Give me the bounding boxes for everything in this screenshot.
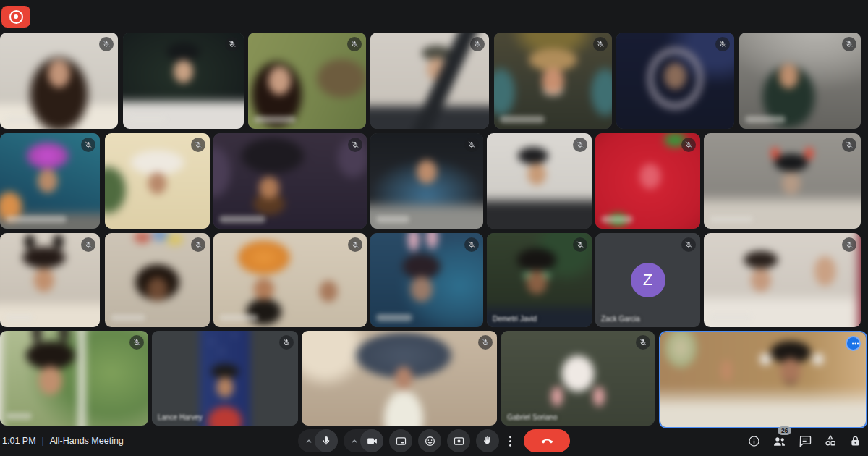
captions-icon xyxy=(395,435,407,447)
call-controls xyxy=(0,426,868,456)
mic-muted-icon xyxy=(279,335,294,350)
participant-name-blur xyxy=(500,116,545,123)
people-panel-button[interactable]: 26 xyxy=(772,434,787,449)
participant-tile[interactable] xyxy=(0,233,100,327)
mic-muted-icon xyxy=(81,237,95,252)
participant-name-blur xyxy=(6,413,32,420)
participant-video xyxy=(501,331,655,426)
mic-muted-icon xyxy=(593,37,608,51)
microphone-icon xyxy=(320,435,332,447)
avatar-letter: Z xyxy=(643,271,652,290)
participant-name-blur xyxy=(6,216,67,223)
host-controls-button[interactable] xyxy=(848,434,862,448)
panel-controls: 26 xyxy=(747,426,862,456)
google-meet-window: Demetri Javid Z Zack Garcia xyxy=(0,0,868,456)
end-call-button[interactable] xyxy=(524,429,570,452)
avatar: Z xyxy=(631,263,665,297)
mic-muted-icon xyxy=(478,335,493,350)
participant-tile[interactable] xyxy=(370,33,489,129)
participant-tile[interactable] xyxy=(370,233,483,327)
participant-tile[interactable] xyxy=(370,133,483,229)
present-screen-button[interactable] xyxy=(447,429,470,452)
participant-tile[interactable] xyxy=(248,33,366,129)
present-screen-icon xyxy=(453,435,465,447)
mic-muted-icon xyxy=(347,37,362,51)
participant-tile[interactable] xyxy=(105,133,210,229)
participant-tile[interactable] xyxy=(105,233,210,327)
meeting-details-button[interactable] xyxy=(747,434,761,448)
mic-muted-icon xyxy=(191,237,205,252)
participant-count-badge: 26 xyxy=(778,426,791,435)
mic-muted-icon xyxy=(348,138,362,152)
participant-video xyxy=(0,331,148,426)
raise-hand-button[interactable] xyxy=(476,429,499,452)
participant-name-blur xyxy=(254,116,296,123)
raised-hand-icon xyxy=(482,435,493,447)
participant-tile[interactable] xyxy=(123,33,244,129)
mic-muted-icon xyxy=(842,138,856,152)
participant-video xyxy=(704,233,861,327)
chat-panel-button[interactable] xyxy=(798,434,812,448)
participant-tile[interactable] xyxy=(302,331,497,426)
tile-more-options-button[interactable] xyxy=(846,336,861,351)
camera-button[interactable] xyxy=(360,429,383,452)
participant-tile[interactable] xyxy=(595,133,700,229)
participant-video xyxy=(302,331,497,426)
self-video xyxy=(659,331,867,428)
mic-muted-icon xyxy=(81,138,95,152)
chat-icon xyxy=(798,434,812,448)
participant-tile[interactable] xyxy=(213,233,367,327)
participant-tile[interactable] xyxy=(0,133,100,229)
participant-name-blur xyxy=(6,314,33,321)
participant-tile[interactable] xyxy=(704,233,861,327)
participant-video xyxy=(704,133,861,229)
mic-muted-icon xyxy=(470,37,485,51)
participant-video xyxy=(152,331,298,426)
smiley-icon xyxy=(424,435,436,447)
end-call-icon xyxy=(540,434,554,448)
activities-shapes-icon xyxy=(823,434,838,448)
participant-tile[interactable] xyxy=(0,331,148,426)
participant-name-label: Demetri Javid xyxy=(493,315,537,323)
mic-options-chevron[interactable] xyxy=(303,429,315,452)
participant-tile[interactable] xyxy=(704,133,861,229)
participant-tile[interactable] xyxy=(616,33,734,129)
bottom-control-bar: 1:01 PM | All-Hands Meeting xyxy=(0,426,868,456)
self-view-tile[interactable] xyxy=(659,331,867,428)
participant-name-label: Gabriel Soriano xyxy=(507,413,557,421)
participant-tile[interactable] xyxy=(739,33,861,129)
chevron-up-icon xyxy=(351,439,358,444)
captions-button[interactable] xyxy=(389,429,412,452)
participant-tile[interactable]: Gabriel Soriano xyxy=(501,331,655,426)
participant-name-blur xyxy=(219,314,258,321)
participant-video xyxy=(213,133,367,229)
participant-name-label: Zack Garcia xyxy=(601,315,640,323)
participant-tile[interactable] xyxy=(487,133,592,229)
mic-muted-icon xyxy=(715,37,730,51)
camera-options-chevron[interactable] xyxy=(349,429,360,452)
record-icon xyxy=(9,10,23,24)
participant-name-label: Lance Harvey xyxy=(158,413,203,421)
microphone-button[interactable] xyxy=(315,429,338,452)
mic-control-group xyxy=(298,429,338,452)
participant-name-blur xyxy=(710,314,752,321)
more-dots-icon xyxy=(851,342,859,345)
participant-tile[interactable] xyxy=(213,133,367,229)
participant-tile[interactable]: Lance Harvey xyxy=(152,331,298,426)
mic-muted-icon xyxy=(129,335,144,350)
participant-tile[interactable] xyxy=(494,33,612,129)
activities-button[interactable] xyxy=(823,434,838,448)
reactions-button[interactable] xyxy=(418,429,441,452)
mic-muted-icon xyxy=(842,37,856,51)
participant-name-blur xyxy=(710,216,753,223)
mic-muted-icon xyxy=(636,335,650,350)
participant-name-blur xyxy=(111,314,145,321)
participant-tile[interactable] xyxy=(0,33,118,129)
participant-tile[interactable]: Demetri Javid xyxy=(487,233,592,327)
participant-tile[interactable]: Z Zack Garcia xyxy=(595,233,700,327)
more-options-button[interactable] xyxy=(505,429,515,452)
people-icon xyxy=(772,434,787,449)
mic-muted-icon xyxy=(99,37,114,51)
participant-name-blur xyxy=(219,216,265,223)
info-icon xyxy=(747,434,761,448)
